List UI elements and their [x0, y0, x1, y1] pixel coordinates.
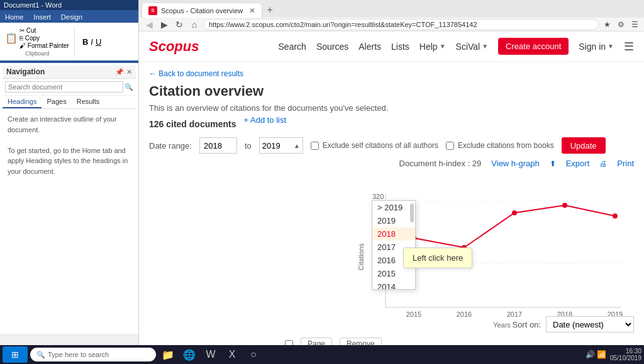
- star-icon[interactable]: ★: [601, 19, 613, 30]
- clock-time: 16:30: [626, 348, 641, 355]
- nav-tab-results[interactable]: Results: [72, 96, 105, 108]
- view-h-graph-link[interactable]: View h-graph: [491, 159, 539, 168]
- scopus-logo: Scopus: [149, 38, 199, 55]
- gear-icon[interactable]: ⚙: [615, 19, 626, 30]
- scival-chevron-icon: ▼: [482, 43, 488, 50]
- print-button[interactable]: Print: [617, 159, 634, 168]
- export-button[interactable]: Export: [566, 159, 590, 168]
- tab-design[interactable]: Design: [56, 11, 87, 23]
- scopus-page: Scopus Search Sources Alerts Lists Help …: [139, 31, 644, 364]
- nav-alerts[interactable]: Alerts: [358, 42, 381, 52]
- browser-window: S Scopus - Citation overview ✕ + ◀ ▶ ↻ ⌂…: [138, 0, 644, 364]
- filter-row: Date range: to 2019 ▲ Exclude self citat…: [149, 137, 634, 154]
- tab-home[interactable]: Home: [0, 11, 28, 23]
- year-option-2014[interactable]: 2014: [372, 280, 415, 289]
- start-button[interactable]: ⊞: [3, 346, 28, 363]
- word-nav-tabs: Headings Pages Results: [3, 96, 136, 109]
- word-ribbon-tabs: Home Insert Design: [0, 10, 138, 23]
- taskbar-icon-excel[interactable]: X: [223, 346, 242, 363]
- x-label-2016: 2016: [457, 310, 472, 318]
- exclude-self-checkbox[interactable]: [311, 142, 319, 150]
- tab-close-icon[interactable]: ✕: [249, 6, 255, 15]
- word-nav-panel: Navigation 📌 ✕ 🔍 Headings Pages Results …: [0, 63, 138, 184]
- back-button[interactable]: ◀: [143, 18, 155, 31]
- year-select-chevron: ▲: [294, 142, 300, 149]
- nav-tab-pages[interactable]: Pages: [42, 96, 71, 108]
- create-account-button[interactable]: Create account: [498, 38, 569, 55]
- year-option-2018[interactable]: 2018: [372, 227, 415, 241]
- exclude-self-group: Exclude self citations of all authors: [311, 141, 438, 150]
- taskbar-icon-edge[interactable]: 🌐: [180, 346, 199, 363]
- word-content-panel: Navigation 📌 ✕ 🔍 Headings Pages Results …: [0, 63, 138, 334]
- date-range-label: Date range:: [149, 141, 192, 151]
- taskbar-icon-explorer[interactable]: 📁: [158, 346, 177, 363]
- cut-btn[interactable]: ✂ Cut: [19, 27, 69, 34]
- nav-lists[interactable]: Lists: [391, 42, 409, 52]
- copy-btn[interactable]: ⎘ Copy: [19, 35, 69, 42]
- help-label: Help: [419, 42, 438, 52]
- add-to-list-button[interactable]: + Add to list: [244, 115, 287, 125]
- url-bar[interactable]: [203, 19, 599, 30]
- word-search-bar[interactable]: 🔍: [3, 79, 136, 96]
- from-year-input[interactable]: [199, 137, 237, 154]
- to-year-value: 2019: [262, 141, 280, 151]
- nav-signin-dropdown[interactable]: Sign in ▼: [579, 42, 614, 52]
- update-button[interactable]: Update: [562, 137, 606, 154]
- data-point-2019[interactable]: [613, 213, 618, 219]
- nav-pin-icon[interactable]: 📌: [115, 68, 124, 76]
- to-year-select[interactable]: 2019 ▲: [259, 137, 303, 154]
- y-label-320: 320: [372, 193, 384, 200]
- italic-btn[interactable]: I: [91, 37, 93, 47]
- word-title: Document1 - Word: [0, 0, 138, 10]
- nav-tab-headings[interactable]: Headings: [3, 96, 42, 108]
- exclude-books-label: Exclude citations from books: [458, 141, 554, 150]
- x-label-2015: 2015: [406, 310, 421, 318]
- tooltip-bubble: Left click here: [403, 247, 472, 268]
- exclude-books-group: Exclude citations from books: [446, 141, 554, 150]
- taskbar-icon-word[interactable]: W: [201, 346, 220, 363]
- document-h-index: Document h-index : 29: [399, 159, 482, 168]
- nav-sources[interactable]: Sources: [316, 42, 348, 52]
- year-dropdown: > 2019 2019 2018 2017 2016 2015 2014 201…: [372, 200, 416, 290]
- taskbar-search[interactable]: 🔍 Type here to search: [30, 348, 156, 361]
- taskbar-right: 🔊 📶 16:30 05/10/2019: [586, 348, 641, 361]
- year-option-2015[interactable]: 2015: [372, 267, 415, 280]
- word-ribbon: 📋 ✂ Cut ⎘ Copy 🖌 Format Painter Clipboar…: [0, 23, 138, 60]
- clipboard-group: 📋 ✂ Cut ⎘ Copy 🖌 Format Painter Clipboar…: [5, 27, 75, 57]
- word-titlebar: Document1 - Word Home Insert Design 📋 ✂ …: [0, 0, 138, 63]
- exclude-books-checkbox[interactable]: [446, 142, 454, 150]
- forward-button[interactable]: ▶: [158, 18, 170, 31]
- format-painter-btn[interactable]: 🖌 Format Painter: [19, 42, 69, 49]
- sort-label: Sort on:: [512, 320, 541, 329]
- print-icon: 🖨: [599, 159, 607, 168]
- browser-tab-scopus[interactable]: S Scopus - Citation overview ✕: [142, 3, 262, 18]
- y-axis-label: Citations: [357, 243, 365, 270]
- taskbar-icon-chrome[interactable]: ○: [244, 346, 263, 363]
- sort-select[interactable]: Date (newest) Date (oldest) Times cited: [546, 316, 634, 333]
- menu-icon[interactable]: ☰: [629, 19, 640, 30]
- word-search-input[interactable]: [5, 81, 123, 93]
- data-point-2017[interactable]: [512, 210, 517, 215]
- hamburger-icon[interactable]: ☰: [624, 40, 634, 54]
- clock-date: 05/10/2019: [610, 355, 641, 361]
- bold-btn[interactable]: B: [82, 37, 88, 47]
- dropdown-scrollbar-thumb: [410, 203, 414, 222]
- home-button[interactable]: ⌂: [188, 18, 201, 31]
- tab-insert[interactable]: Insert: [28, 11, 56, 23]
- year-option-gt2019[interactable]: > 2019: [372, 201, 415, 214]
- breadcrumb[interactable]: ← Back to document results: [149, 69, 634, 78]
- data-point-2018[interactable]: [562, 203, 567, 208]
- help-chevron-icon: ▼: [440, 43, 446, 50]
- nav-close-icon[interactable]: ✕: [126, 68, 132, 76]
- word-search-icon[interactable]: 🔍: [125, 83, 133, 91]
- year-option-2019[interactable]: 2019: [372, 214, 415, 227]
- refresh-button[interactable]: ↻: [173, 18, 186, 31]
- underline-btn[interactable]: U: [96, 37, 101, 47]
- clipboard-label: Clipboard: [25, 50, 50, 57]
- nav-scival-dropdown[interactable]: SciVal ▼: [456, 42, 489, 52]
- new-tab-button[interactable]: +: [262, 3, 277, 18]
- nav-help-dropdown[interactable]: Help ▼: [419, 42, 446, 52]
- year-dropdown-list: > 2019 2019 2018 2017 2016 2015 2014 201…: [372, 201, 415, 289]
- paste-icon[interactable]: 📋: [5, 32, 18, 44]
- nav-search[interactable]: Search: [279, 42, 306, 52]
